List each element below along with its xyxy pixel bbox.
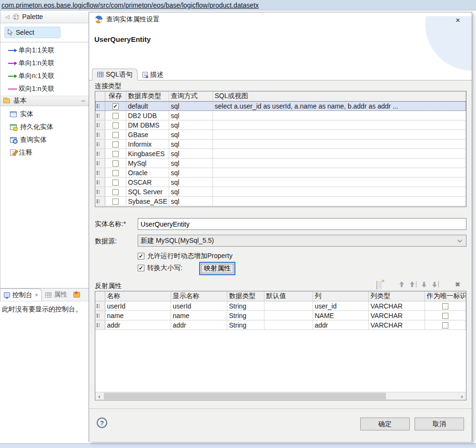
palette-item[interactable]: 查询实体 bbox=[0, 133, 89, 146]
palette-item[interactable]: 实体 bbox=[0, 108, 89, 120]
sql-cell[interactable] bbox=[213, 149, 466, 159]
save-checkbox[interactable] bbox=[112, 179, 119, 186]
query-mode-cell[interactable]: sql bbox=[169, 159, 213, 168]
default-cell[interactable] bbox=[264, 311, 313, 320]
column-header-query-mode[interactable]: 查询方式 bbox=[169, 91, 213, 101]
column-cell[interactable]: addr bbox=[313, 320, 368, 330]
dynamic-property-option[interactable]: ✓ 允许运行时动态增加Property bbox=[138, 252, 233, 260]
column-header-default[interactable]: 默认值 bbox=[264, 291, 313, 301]
horizontal-scrollbar[interactable]: ‹ › bbox=[95, 392, 466, 400]
save-checkbox[interactable] bbox=[112, 199, 119, 205]
sql-cell[interactable] bbox=[213, 139, 466, 149]
display-name-cell[interactable]: userId bbox=[171, 301, 227, 311]
column-header-column-type[interactable]: 列类型 bbox=[368, 291, 425, 301]
default-cell[interactable] bbox=[264, 301, 313, 311]
unique-cell[interactable] bbox=[425, 311, 466, 320]
default-cell[interactable] bbox=[264, 320, 313, 330]
row-handle[interactable] bbox=[95, 139, 105, 149]
data-type-cell[interactable]: String bbox=[227, 311, 264, 320]
palette-item-select[interactable]: Select bbox=[4, 27, 61, 38]
row-handle[interactable] bbox=[95, 187, 105, 197]
save-cell[interactable]: ✓ bbox=[105, 101, 126, 111]
mapping-row[interactable]: namenameStringNAMEVARCHAR bbox=[95, 311, 466, 320]
console-tab-inactive[interactable]: 属性 bbox=[42, 289, 71, 301]
close-icon[interactable]: × bbox=[453, 15, 463, 26]
move-down-icon[interactable] bbox=[421, 281, 427, 288]
db-type-cell[interactable]: SQL Server bbox=[126, 187, 169, 197]
save-checkbox[interactable] bbox=[112, 122, 119, 129]
scrollbar-thumb[interactable] bbox=[104, 393, 386, 399]
db-type-cell[interactable]: DM DBMS bbox=[126, 120, 169, 130]
row-handle[interactable] bbox=[95, 149, 105, 159]
row-handle[interactable] bbox=[95, 159, 105, 168]
db-type-cell[interactable]: DB2 UDB bbox=[126, 111, 169, 120]
db-type-cell[interactable]: Oracle bbox=[126, 168, 169, 178]
save-cell[interactable] bbox=[105, 197, 126, 206]
connection-row[interactable]: DB2 UDBsql bbox=[95, 111, 466, 120]
unique-checkbox[interactable] bbox=[442, 313, 448, 319]
move-top-icon[interactable] bbox=[409, 281, 416, 288]
scroll-left-icon[interactable]: ‹ bbox=[95, 393, 103, 400]
save-cell[interactable] bbox=[105, 168, 126, 178]
move-up-icon[interactable] bbox=[399, 281, 405, 288]
name-cell[interactable]: addr bbox=[105, 320, 171, 330]
case-convert-option[interactable]: ✓ 转换大小写: bbox=[138, 264, 182, 272]
connection-row[interactable]: DM DBMSsql bbox=[95, 120, 466, 130]
column-header-sql-view[interactable]: SQL或视图 bbox=[213, 91, 466, 101]
query-mode-cell[interactable]: sql bbox=[169, 101, 213, 111]
save-checkbox[interactable] bbox=[112, 151, 119, 157]
unique-cell[interactable] bbox=[425, 320, 466, 330]
row-handle[interactable] bbox=[95, 120, 105, 130]
column-header-data-type[interactable]: 数据类型 bbox=[227, 291, 264, 301]
query-mode-cell[interactable]: sql bbox=[169, 149, 213, 159]
column-type-cell[interactable]: VARCHAR bbox=[368, 301, 425, 311]
save-checkbox[interactable]: ✓ bbox=[112, 103, 119, 110]
query-mode-cell[interactable]: sql bbox=[169, 139, 213, 149]
db-type-cell[interactable]: Informix bbox=[126, 139, 169, 149]
save-cell[interactable] bbox=[105, 111, 126, 120]
connection-row[interactable]: KingbaseESsql bbox=[95, 149, 466, 159]
connection-row[interactable]: OSCARsql bbox=[95, 178, 466, 187]
sql-cell[interactable] bbox=[213, 168, 466, 178]
connection-row[interactable]: SQL Serversql bbox=[95, 187, 466, 197]
cancel-button[interactable]: 取消 bbox=[415, 418, 464, 430]
editor-path-bar[interactable]: com.primeton.eos.base.logicflow/src/com/… bbox=[0, 0, 476, 10]
save-cell[interactable] bbox=[105, 120, 126, 130]
row-handle[interactable] bbox=[95, 311, 105, 320]
help-icon[interactable]: ? bbox=[97, 418, 107, 428]
save-checkbox[interactable] bbox=[112, 160, 119, 167]
data-type-cell[interactable]: String bbox=[227, 301, 264, 311]
display-name-cell[interactable]: addr bbox=[171, 320, 227, 330]
connection-row[interactable]: Oraclesql bbox=[95, 168, 466, 178]
case-convert-checkbox[interactable]: ✓ bbox=[138, 265, 144, 271]
palette-header[interactable]: ◁ Palette bbox=[0, 10, 89, 23]
sql-cell[interactable] bbox=[213, 120, 466, 130]
column-type-cell[interactable]: VARCHAR bbox=[368, 320, 425, 330]
display-name-cell[interactable]: name bbox=[171, 311, 227, 320]
move-bottom-icon[interactable] bbox=[432, 281, 439, 288]
unique-checkbox[interactable] bbox=[442, 322, 448, 329]
connection-row[interactable]: MySqlsql bbox=[95, 159, 466, 168]
palette-item[interactable]: 持久化实体 bbox=[0, 120, 89, 133]
column-type-cell[interactable]: VARCHAR bbox=[368, 311, 425, 320]
save-checkbox[interactable] bbox=[112, 132, 119, 138]
console-tab-active[interactable]: 控制台× bbox=[0, 289, 42, 301]
column-header-name[interactable]: 名称 bbox=[105, 291, 171, 301]
connection-row[interactable]: GBasesql bbox=[95, 130, 466, 139]
db-type-cell[interactable]: Sybase_ASE bbox=[126, 197, 169, 206]
db-type-cell[interactable]: MySql bbox=[126, 159, 169, 168]
save-cell[interactable] bbox=[105, 187, 126, 197]
query-mode-cell[interactable]: sql bbox=[169, 168, 213, 178]
query-mode-cell[interactable]: sql bbox=[169, 120, 213, 130]
dialog-tab-sql[interactable]: SQL语句 bbox=[92, 69, 138, 80]
column-header-display-name[interactable]: 显示名称 bbox=[171, 291, 227, 301]
save-checkbox[interactable] bbox=[112, 189, 119, 195]
tab-close-icon[interactable]: × bbox=[35, 292, 38, 299]
ok-button[interactable]: 确定 bbox=[360, 418, 410, 430]
query-mode-cell[interactable]: sql bbox=[169, 111, 213, 120]
column-header-unique[interactable]: 作为唯一标识 bbox=[425, 291, 466, 301]
sql-cell[interactable] bbox=[213, 159, 466, 168]
save-cell[interactable] bbox=[105, 149, 126, 159]
collapse-palette-icon[interactable]: ◁ bbox=[5, 14, 9, 20]
dialog-title-bar[interactable]: 查询实体属性设置 bbox=[89, 12, 472, 27]
